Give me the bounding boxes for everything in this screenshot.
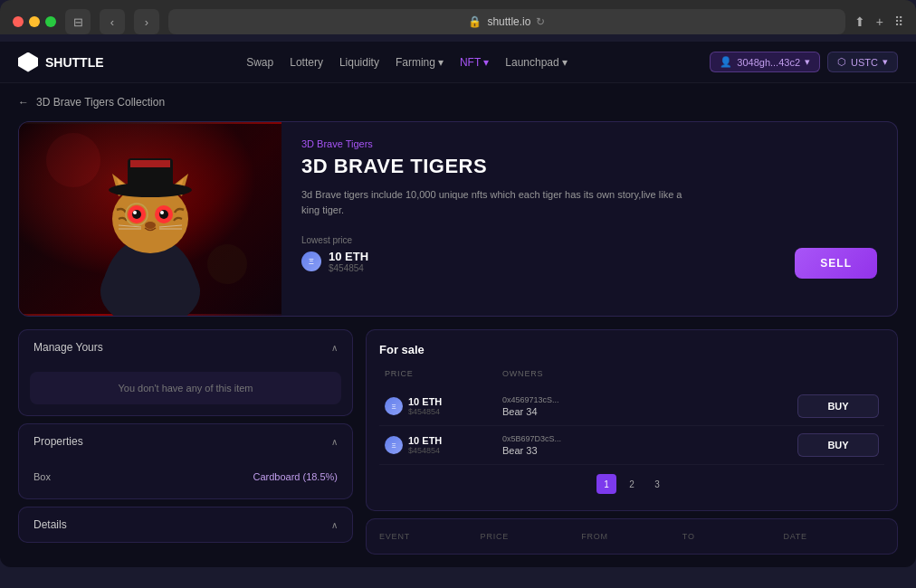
manage-yours-accordion: Manage Yours ∧ You don't have any of thi… bbox=[18, 329, 353, 416]
sale-price-val-1: 10 ETH bbox=[408, 396, 442, 407]
manage-yours-chevron-icon: ∧ bbox=[331, 343, 338, 353]
page-content: ← 3D Brave Tigers Collection bbox=[0, 83, 916, 567]
lock-icon: 🔒 bbox=[468, 15, 482, 28]
close-button[interactable] bbox=[13, 16, 24, 27]
traffic-lights bbox=[13, 16, 56, 27]
collection-card: 3D Brave Tigers 3D BRAVE TIGERS 3d Brave… bbox=[18, 121, 898, 317]
nav-lottery[interactable]: Lottery bbox=[290, 56, 323, 69]
events-card: EVENT PRICE FROM TO DATE bbox=[366, 518, 898, 555]
collection-image bbox=[19, 122, 281, 316]
page-1[interactable]: 1 bbox=[596, 474, 616, 494]
extensions-icon[interactable]: ⠿ bbox=[894, 14, 903, 29]
logo[interactable]: SHUTTLE bbox=[18, 52, 104, 72]
nav-liquidity[interactable]: Liquidity bbox=[339, 56, 379, 69]
owner-col-2: 0x5B697D3cS... Bear 33 bbox=[502, 434, 797, 456]
pagination: 1 2 3 bbox=[379, 465, 884, 498]
sale-price-info-2: 10 ETH $454854 bbox=[408, 435, 442, 455]
breadcrumb: ← 3D Brave Tigers Collection bbox=[18, 96, 898, 109]
page-2[interactable]: 2 bbox=[622, 474, 642, 494]
owner-name-1: Bear 34 bbox=[502, 406, 797, 417]
launchpad-arrow-icon: ▾ bbox=[562, 56, 568, 69]
currency-chevron-icon: ▾ bbox=[883, 56, 888, 68]
eth-icon: Ξ bbox=[301, 251, 321, 271]
details-header[interactable]: Details ∧ bbox=[19, 507, 352, 542]
tiger-illustration bbox=[19, 122, 281, 316]
col-action bbox=[797, 369, 879, 378]
manage-yours-body: You don't have any of this item bbox=[19, 365, 352, 415]
price-usd: $454854 bbox=[329, 263, 368, 273]
share-icon[interactable]: ⬆ bbox=[854, 14, 865, 29]
nav-nft[interactable]: NFT ▾ bbox=[460, 56, 489, 69]
address-bar[interactable]: 🔒 shuttle.io ↻ bbox=[168, 9, 845, 34]
currency-icon: ⬡ bbox=[837, 56, 846, 68]
property-row: Box Cardboard (18.5%) bbox=[30, 466, 341, 488]
svg-point-14 bbox=[133, 211, 137, 214]
reload-icon[interactable]: ↻ bbox=[536, 15, 545, 28]
sale-price-val-2: 10 ETH bbox=[408, 435, 442, 446]
svg-point-13 bbox=[159, 210, 168, 219]
empty-message: You don't have any of this item bbox=[30, 372, 341, 404]
property-value: Cardboard (18.5%) bbox=[253, 471, 338, 482]
manage-yours-header[interactable]: Manage Yours ∧ bbox=[19, 330, 352, 365]
sale-row: Ξ 10 ETH $454854 0x4569713cS... Bear 34 … bbox=[379, 387, 884, 426]
events-col-to: TO bbox=[682, 532, 784, 541]
sale-price-col-2: Ξ 10 ETH $454854 bbox=[385, 435, 502, 455]
back-arrow-icon[interactable]: ← bbox=[18, 96, 29, 109]
currency-label: USTC bbox=[851, 57, 878, 68]
sell-button[interactable]: SELL bbox=[795, 248, 877, 279]
wallet-address: 3048gh...43c2 bbox=[737, 57, 800, 68]
sidebar-toggle[interactable]: ⊟ bbox=[65, 9, 91, 34]
wallet-chevron-icon: ▾ bbox=[805, 56, 810, 68]
events-col-event: EVENT bbox=[379, 532, 481, 541]
back-button[interactable]: ‹ bbox=[100, 9, 125, 34]
page-3[interactable]: 3 bbox=[647, 474, 667, 494]
header: SHUTTLE Swap Lottery Liquidity Farming ▾… bbox=[0, 42, 916, 83]
property-key: Box bbox=[33, 471, 51, 482]
svg-rect-24 bbox=[130, 160, 170, 167]
farming-arrow-icon: ▾ bbox=[438, 56, 444, 69]
properties-chevron-icon: ∧ bbox=[331, 437, 338, 447]
fullscreen-button[interactable] bbox=[45, 16, 56, 27]
sale-price-info-1: 10 ETH $454854 bbox=[408, 396, 442, 416]
properties-title: Properties bbox=[33, 435, 83, 448]
events-col-price: PRICE bbox=[481, 532, 582, 541]
wallet-button[interactable]: 👤 3048gh...43c2 ▾ bbox=[710, 52, 820, 72]
price-label: Lowest price bbox=[301, 235, 877, 245]
details-accordion: Details ∧ bbox=[18, 507, 353, 543]
properties-header[interactable]: Properties ∧ bbox=[19, 424, 352, 459]
app-container: SHUTTLE Swap Lottery Liquidity Farming ▾… bbox=[0, 42, 916, 567]
sale-price-col-1: Ξ 10 ETH $454854 bbox=[385, 396, 502, 416]
events-header: EVENT PRICE FROM TO DATE bbox=[379, 528, 884, 545]
details-title: Details bbox=[33, 518, 67, 531]
properties-accordion: Properties ∧ Box Cardboard (18.5%) bbox=[18, 423, 353, 499]
new-tab-icon[interactable]: + bbox=[876, 14, 883, 29]
logo-icon bbox=[18, 52, 38, 72]
collection-description: 3d Brave tigers include 10,000 unique nf… bbox=[301, 187, 700, 217]
buy-button-2[interactable]: BUY bbox=[797, 433, 879, 457]
sale-price-usd-2: $454854 bbox=[408, 446, 442, 455]
left-panel: Manage Yours ∧ You don't have any of thi… bbox=[18, 329, 353, 555]
nav-farming[interactable]: Farming ▾ bbox=[396, 56, 444, 69]
details-chevron-icon: ∧ bbox=[331, 520, 338, 530]
minimize-button[interactable] bbox=[29, 16, 40, 27]
browser-chrome: ⊟ ‹ › 🔒 shuttle.io ↻ ⬆ + ⠿ bbox=[0, 0, 916, 34]
forward-button[interactable]: › bbox=[134, 9, 159, 34]
wallet-icon: 👤 bbox=[720, 56, 732, 68]
collection-info: 3D Brave Tigers 3D BRAVE TIGERS 3d Brave… bbox=[281, 122, 897, 316]
col-price: PRICE bbox=[385, 369, 502, 378]
browser-actions: ⬆ + ⠿ bbox=[854, 14, 903, 29]
currency-button[interactable]: ⬡ USTC ▾ bbox=[827, 52, 898, 72]
buy-button-1[interactable]: BUY bbox=[797, 394, 879, 418]
nft-arrow-icon: ▾ bbox=[483, 56, 489, 69]
header-right: 👤 3048gh...43c2 ▾ ⬡ USTC ▾ bbox=[710, 52, 898, 72]
price-details: 10 ETH $454854 bbox=[329, 250, 368, 273]
url-text: shuttle.io bbox=[487, 15, 530, 28]
nav-links: Swap Lottery Liquidity Farming ▾ NFT ▾ L… bbox=[246, 56, 567, 69]
col-owners: OWNERS bbox=[502, 369, 797, 378]
nav-launchpad[interactable]: Launchpad ▾ bbox=[505, 56, 567, 69]
right-panel: For sale PRICE OWNERS Ξ 10 ETH $454854 bbox=[366, 329, 898, 555]
nav-swap[interactable]: Swap bbox=[246, 56, 273, 69]
price-row: Ξ 10 ETH $454854 bbox=[301, 250, 877, 273]
svg-point-12 bbox=[132, 210, 141, 219]
bottom-section: Manage Yours ∧ You don't have any of thi… bbox=[18, 329, 898, 555]
